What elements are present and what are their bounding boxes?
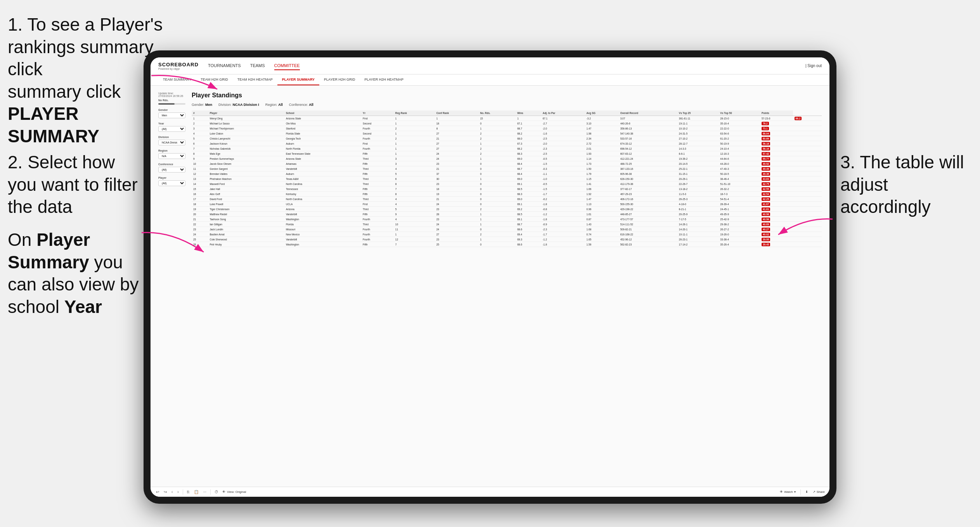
- table-cell: 68.2: [516, 146, 541, 151]
- col-points: Points: [760, 111, 793, 116]
- download-action[interactable]: ⬇: [805, 490, 808, 494]
- table-cell: 68.7: [516, 166, 541, 171]
- table-cell: 27: [435, 232, 479, 237]
- subnav-team-h2h-heatmap[interactable]: TEAM H2H HEATMAP: [233, 74, 277, 85]
- table-cell: 78.2: [760, 121, 793, 126]
- points-value: 88.2: [795, 117, 802, 120]
- table-cell: 69.0: [516, 156, 541, 161]
- nav-right: | Sign out: [805, 64, 822, 68]
- subnav-player-h2h-grid[interactable]: PLAYER H2H GRID: [319, 74, 360, 85]
- back-btn[interactable]: ‹: [171, 489, 173, 495]
- nav-item-tournaments[interactable]: TOURNAMENTS: [208, 62, 241, 70]
- table-cell: Auburn: [284, 141, 361, 146]
- table-cell: -1.5: [541, 187, 585, 192]
- table-row: 25Cole SherwoodVanderbiltFourth1223169.3…: [192, 237, 822, 242]
- conference-select[interactable]: (All): [158, 167, 185, 173]
- table-cell: 1: [394, 141, 435, 146]
- table-cell: 3.10: [585, 121, 619, 126]
- col-no-rds: No. Rds.: [478, 111, 516, 116]
- table-cell: 1.50: [585, 166, 619, 171]
- subnav-player-summary[interactable]: PLAYER SUMMARY: [277, 74, 319, 85]
- table-cell: Tiger Christensen: [208, 207, 284, 212]
- nav-item-committee[interactable]: COMMITTEE: [274, 62, 300, 70]
- logo-sub: Powered by clippr: [158, 67, 199, 70]
- table-row: 10Jacob Skov OlesenArkansasFifth323068.4…: [192, 161, 822, 166]
- division-select[interactable]: NCAA Division I: [158, 140, 185, 145]
- col-vs-top25: Vs Top 25: [677, 111, 719, 116]
- table-cell: 1: [394, 232, 435, 237]
- table-cell: 5: [192, 136, 208, 141]
- table-body: 1Wenyi DingArizona StateFirst1115167.1-3…: [192, 116, 822, 247]
- table-cell: 0.74: [585, 232, 619, 237]
- table-cell: David Ford: [208, 197, 284, 202]
- view-label[interactable]: View: Original: [227, 490, 246, 494]
- table-cell: Michael Le Sasso: [208, 121, 284, 126]
- table-cell: Third: [361, 197, 394, 202]
- table-cell: Preston Summerhays: [208, 156, 284, 161]
- table-cell: 2: [478, 207, 516, 212]
- table-cell: 21: [192, 217, 208, 222]
- gender-select[interactable]: Men: [158, 112, 185, 118]
- col-reg-rank: Reg Rank: [394, 111, 435, 116]
- table-cell: 1: [478, 141, 516, 146]
- arrow-1: [147, 72, 225, 95]
- table-cell: 68.5: [516, 212, 541, 217]
- table-cell: Fourth: [361, 146, 394, 151]
- undo-btn[interactable]: ↩: [155, 489, 160, 495]
- table-cell: Jackson Koivun: [208, 141, 284, 146]
- share-action[interactable]: ↗ Share: [813, 490, 825, 494]
- redo-btn[interactable]: ↪: [163, 489, 168, 495]
- table-cell: 69.1: [516, 202, 541, 207]
- table-cell: First: [361, 202, 394, 207]
- table-cell: 31-15-1: [677, 171, 719, 176]
- table-cell: 24: [435, 151, 479, 156]
- table-cell: 19-26-0: [719, 232, 760, 237]
- table-cell: 2.72: [585, 141, 619, 146]
- year-select[interactable]: (All): [158, 126, 185, 132]
- paste-btn[interactable]: 📋: [193, 489, 199, 495]
- table-row: 16Alex GoffKentuckyFifth819068.3-1.71.92…: [192, 192, 822, 197]
- table-cell: 12-16-3: [719, 151, 760, 156]
- table-cell: 8-6-1: [677, 151, 719, 156]
- dots-btn[interactable]: ···: [203, 489, 207, 495]
- filter-year: Year (All): [158, 122, 185, 132]
- table-cell: 452-96-12: [619, 237, 677, 242]
- table-cell: 27: [435, 131, 479, 136]
- table-cell: 1.61: [585, 212, 619, 217]
- table-cell: 38-46-4: [719, 176, 760, 181]
- table-cell: 50-18-5: [719, 171, 760, 176]
- table-cell: 4: [394, 217, 435, 222]
- table-cell: 440-26-6: [619, 121, 677, 126]
- subnav-player-h2h-heatmap[interactable]: PLAYER H2H HEATMAP: [360, 74, 408, 85]
- table-cell: Wenyi Ding: [208, 116, 284, 121]
- table-cell: 49.36: [760, 171, 793, 176]
- copy-btn[interactable]: ⎘: [186, 489, 190, 495]
- player-select[interactable]: (All): [158, 180, 185, 186]
- table-cell: Taehoon Song: [208, 217, 284, 222]
- table-cell: 17-14-2: [677, 242, 719, 247]
- forward-btn[interactable]: ›: [177, 489, 179, 495]
- table-cell: 7: [394, 242, 435, 247]
- no-rds-slider[interactable]: [158, 103, 185, 105]
- table-cell: 21: [435, 197, 479, 202]
- nav-item-teams[interactable]: TEAMS: [250, 62, 265, 70]
- region-select[interactable]: N/A: [158, 153, 185, 159]
- table-cell: First: [361, 141, 394, 146]
- table-cell: 2: [478, 146, 516, 151]
- table-cell: Third: [361, 166, 394, 171]
- watch-action[interactable]: 👁 Watch ▾: [780, 490, 795, 494]
- player-filter-label: Player: [158, 176, 185, 179]
- table-cell: 1.13: [585, 202, 619, 207]
- table-cell: 23: [435, 181, 479, 187]
- table-cell: 3: [394, 156, 435, 161]
- table-cell: 0: [478, 161, 516, 166]
- table-row: 21Taehoon SongWashingtonFourth423169.1-1…: [192, 217, 822, 222]
- table-cell: 488-72-25: [619, 161, 677, 166]
- table-cell: 0: [478, 121, 516, 126]
- sign-out-link[interactable]: | Sign out: [805, 64, 822, 68]
- instruction-4-bold2: Year: [64, 297, 102, 317]
- table-cell: 68.6: [516, 242, 541, 247]
- table-cell: 44-64-6: [719, 156, 760, 161]
- clock-btn[interactable]: ⏱: [214, 489, 219, 495]
- table-cell: 22: [192, 222, 208, 227]
